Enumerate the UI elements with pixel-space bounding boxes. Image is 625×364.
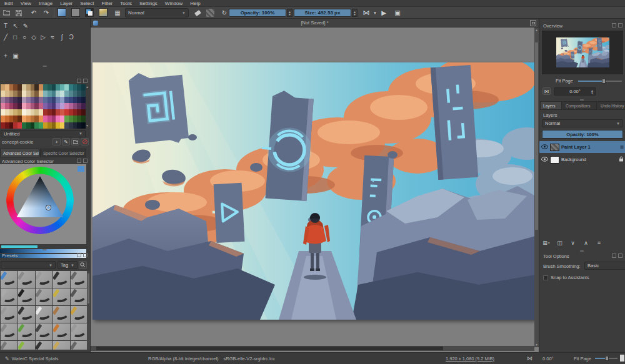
brush-preset[interactable] [1,341,18,350]
palette-swatch[interactable] [1,97,5,103]
crop-icon[interactable]: ▣ [392,8,402,17]
palette-swatch[interactable] [56,84,60,91]
palette-swatch[interactable] [5,91,9,97]
palette-swatch[interactable] [69,122,73,129]
gradient-icon[interactable] [58,8,66,17]
brush-preset[interactable] [36,288,52,305]
overview-panel-controls[interactable] [612,23,622,27]
palette-swatch[interactable] [18,91,22,97]
add-layer-button[interactable]: ⊞▼ [542,239,551,247]
brush-preset[interactable] [53,341,70,350]
preserve-alpha-icon[interactable] [206,9,214,17]
palette-swatch[interactable] [9,116,14,122]
layer-visibility-icon[interactable] [541,157,548,163]
brush-preset[interactable] [71,306,87,323]
palette-swatch[interactable] [73,103,78,109]
palette-swatch[interactable] [43,122,48,129]
brush-preset[interactable] [71,288,87,305]
palette-swatch[interactable] [5,122,9,129]
palette-swatch[interactable] [69,116,73,122]
menu-window[interactable]: Window [162,1,186,6]
dynamic-brush-tool-icon[interactable]: Ɔ [67,32,76,41]
brush-preset[interactable] [53,323,70,340]
scroll-up-icon[interactable]: ▲ [534,27,539,32]
palette-swatch[interactable] [39,84,43,91]
layer-opacity-slider[interactable]: Opacity: 100% [542,130,623,139]
overview-mirror-icon[interactable]: ⋈ [542,87,551,95]
palette-swatch[interactable] [31,103,35,109]
palette-swatch[interactable] [31,116,35,122]
palette-swatch[interactable] [34,109,39,116]
tab-undo-history[interactable]: Undo History [598,101,625,110]
palette-swatch[interactable] [52,91,56,97]
palette-swatch[interactable] [64,103,69,109]
palette-swatch[interactable] [34,84,39,91]
palette-swatch[interactable] [26,91,31,97]
palette-swatch[interactable] [81,109,86,116]
presets-scrollbar[interactable] [87,271,90,350]
palette-swatch[interactable] [13,122,18,129]
palette-swatch[interactable] [34,97,39,103]
palette-swatch[interactable] [5,97,9,103]
layer-row-background[interactable]: Background [539,154,625,165]
edit-palette-button[interactable]: ✎ [62,138,70,145]
brush-preset[interactable] [18,271,35,288]
swatch-scroll-down-icon[interactable]: ▼ [86,124,89,127]
color-selector-panel-controls[interactable] [77,159,88,163]
palette-swatch[interactable] [26,122,31,129]
palette-swatch[interactable] [77,122,81,129]
fg-bg-color-icon[interactable] [85,8,94,17]
smoothing-select[interactable]: Basic [584,262,625,270]
reload-icon[interactable]: ↻ [219,8,229,17]
brush-preset[interactable] [71,341,87,350]
dock-grip[interactable]: ▬ [0,247,90,251]
tool-options-panel-controls[interactable] [612,253,622,258]
brush-preset[interactable] [36,341,52,350]
palette-swatch[interactable] [43,84,48,91]
palette-swatch[interactable] [48,122,52,129]
tab-advanced-color-selector[interactable]: Advanced Color Selector [0,149,39,157]
palette-swatch[interactable] [1,91,5,97]
palette-swatch[interactable] [73,84,78,91]
brush-preset[interactable] [36,306,52,323]
dock-grip[interactable]: ▬ [539,248,625,252]
palette-swatch[interactable] [39,103,43,109]
palette-swatch[interactable] [56,116,60,122]
rectangle-tool-icon[interactable]: □ [11,32,19,41]
wrap-around-icon[interactable]: ▶ [379,8,389,17]
palette-swatch[interactable] [77,91,81,97]
palette-swatch[interactable] [69,109,73,116]
size-slider[interactable]: Size: 492.53 px [294,9,351,17]
brush-preset[interactable] [71,323,87,340]
menu-help[interactable]: Help [187,1,203,6]
brush-preset[interactable] [18,323,35,340]
bezier-curve-tool-icon[interactable]: ≈ [48,32,57,41]
freehand-path-tool-icon[interactable]: ʃ [58,32,66,41]
palette-swatch[interactable] [73,97,78,103]
palette-swatch[interactable] [22,103,26,109]
palette-swatch[interactable] [31,109,35,116]
palette-swatch[interactable] [69,84,73,91]
menu-tools[interactable]: Tools [117,1,135,6]
polyline-tool-icon[interactable]: ▷ [39,32,48,41]
menu-view[interactable]: View [18,1,34,6]
brush-preset[interactable] [1,271,18,288]
move-layer-up-button[interactable]: ∧ [581,239,591,247]
palette-swatch[interactable] [60,116,64,122]
palette-swatch[interactable] [31,122,35,129]
statusbar-zoom-slider[interactable] [595,358,618,359]
palette-swatch[interactable] [48,84,52,91]
palette-swatch[interactable] [64,122,69,129]
palette-swatch[interactable] [22,109,26,116]
palette-swatch[interactable] [5,103,9,109]
zoom-value-box[interactable] [620,355,624,362]
palette-swatch[interactable] [43,103,48,109]
brush-preset[interactable] [53,306,70,323]
rotation-spinbox[interactable]: 0.00° ▲▼ [554,87,596,96]
palette-swatch[interactable] [64,84,69,91]
menu-edit[interactable]: Edit [1,1,16,6]
layer-properties-button[interactable]: ≡ [594,239,604,247]
palette-swatch[interactable] [64,109,69,116]
palette-swatch[interactable] [18,97,22,103]
brush-preset[interactable] [18,288,35,305]
